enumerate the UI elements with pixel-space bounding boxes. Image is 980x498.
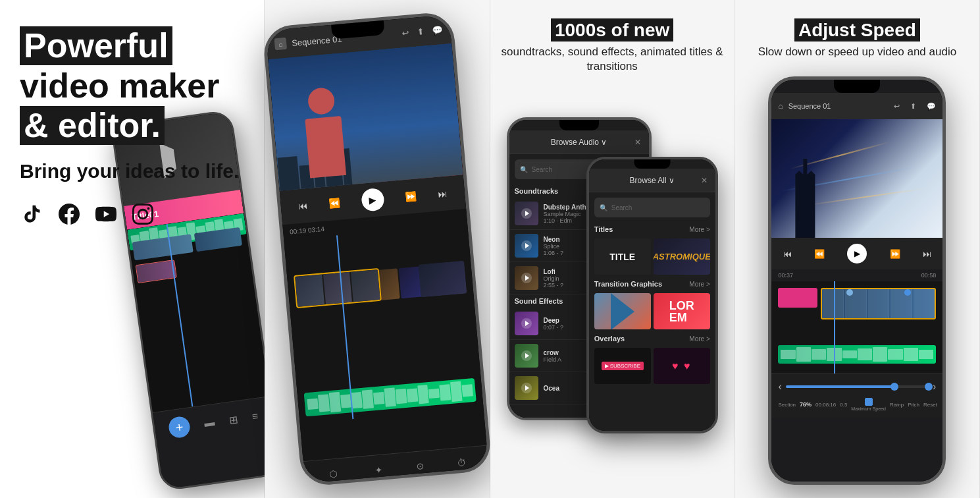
- ramp-label: Ramp: [890, 402, 904, 408]
- tool-effects[interactable]: ✦ Effects: [370, 462, 388, 484]
- transition-template-1[interactable]: [594, 293, 651, 329]
- timecode-4: 00:37 00:58: [771, 269, 942, 281]
- add-button[interactable]: +: [168, 415, 192, 439]
- slider-handle-left[interactable]: [890, 383, 898, 391]
- msg-icon-4: 💬: [927, 102, 936, 111]
- play-btn-2: [521, 240, 532, 251]
- nav-back-4[interactable]: ‹: [778, 381, 781, 393]
- time-option: 00:08:16: [815, 402, 836, 408]
- title-template-1[interactable]: TITLE: [594, 238, 651, 275]
- skip-forward-icon: ⏭: [438, 188, 448, 199]
- home-symbol: ⌂: [278, 40, 283, 47]
- overlay-template-2[interactable]: ♥ ♥: [654, 348, 710, 384]
- max-speed-label: Maximum Speed: [851, 406, 886, 411]
- ramp-option: Ramp: [890, 402, 904, 408]
- panel-2: ⌂ Sequence 01 ↩ ⬆ 💬: [265, 0, 490, 498]
- transitions-more[interactable]: More >: [689, 281, 709, 288]
- overlays-grid: ▶ SUBSCRIBE ♥ ♥: [589, 345, 715, 387]
- title-highlight-4: Adjust Speed: [794, 18, 920, 42]
- hearts-icon: ♥ ♥: [672, 360, 691, 372]
- section-label: Section: [778, 402, 796, 408]
- facebook-icon: [57, 202, 82, 227]
- soundtracks-label: Soundtracks: [515, 187, 559, 195]
- reset-option[interactable]: Reset: [923, 402, 937, 408]
- transition-template-2[interactable]: LOREM: [654, 293, 710, 329]
- play-button-2[interactable]: ▶: [361, 188, 385, 212]
- nav-forward-4[interactable]: ›: [933, 381, 936, 393]
- panel-3-subtitle: soundtracks, sound effects, animated tit…: [500, 45, 725, 74]
- arrow-shape: [611, 293, 634, 329]
- skip-forward-4: ⏭: [923, 249, 931, 259]
- tiktok-icon: [20, 202, 45, 227]
- section-titles-front: Titles More >: [589, 223, 715, 236]
- cursor-4: [834, 281, 835, 374]
- browse-title-back: Browse Audio ∨: [551, 138, 607, 147]
- play-btn-4[interactable]: ▶: [847, 244, 867, 263]
- timeline-area-2: 00:19 03:14: [282, 209, 486, 461]
- transitions-label: Transition Graphics: [594, 280, 662, 288]
- waveform-2: [303, 378, 476, 417]
- browse-close-back[interactable]: ✕: [634, 138, 641, 147]
- overlay-template-1[interactable]: ▶ SUBSCRIBE: [594, 348, 651, 384]
- pitch-label: Pitch: [908, 402, 919, 408]
- titles-more[interactable]: More >: [689, 226, 709, 233]
- tool-speed[interactable]: ⏱ Speed: [453, 455, 471, 478]
- sound-thumb-3: [515, 376, 538, 400]
- search-placeholder-front: Search: [611, 204, 632, 211]
- overlay-label-1: ▶ SUBSCRIBE: [602, 362, 644, 370]
- selected-thumb-2: [323, 272, 353, 304]
- speed-dot-2: [904, 289, 911, 296]
- search-icon-back: 🔍: [520, 166, 528, 173]
- headline-video-maker: video maker: [20, 67, 220, 105]
- step-back-4: ⏪: [814, 249, 825, 259]
- sound-play-3: [521, 383, 532, 393]
- timecode-4-top: 00:37: [778, 272, 793, 279]
- small-thumb: [418, 261, 467, 298]
- home-icon-4: ⌂: [778, 101, 783, 111]
- track-thumb-right: [418, 261, 467, 298]
- speed-dot-1: [846, 289, 853, 296]
- browse-close-front[interactable]: ✕: [701, 176, 708, 185]
- timecode-4-bottom: 00:58: [921, 272, 937, 279]
- undo-icon-4: ↩: [894, 102, 900, 111]
- video-area-4: [771, 119, 942, 238]
- titles-grid: TITLE ASTROMIQUE: [589, 236, 715, 277]
- timecode-bottom: 03:14: [307, 225, 324, 234]
- search-bar-front[interactable]: 🔍 Search: [594, 198, 710, 217]
- audio-thumb-1: [515, 202, 538, 225]
- section-transitions-front: Transition Graphics More >: [589, 277, 715, 290]
- panel-1: Powerful video maker & editor. Bring you…: [0, 0, 265, 498]
- search-icon-front: 🔍: [600, 204, 607, 211]
- headline: Powerful video maker & editor. Bring you…: [20, 26, 239, 227]
- timecode-top: 00:19: [290, 227, 307, 235]
- tool-color[interactable]: ⊙ Color: [413, 458, 429, 482]
- controls-4: ⏮ ⏪ ▶ ⏩ ⏭: [771, 238, 942, 269]
- speed-slider[interactable]: [786, 385, 929, 388]
- audio-thumb-2: [515, 234, 538, 258]
- sound-thumb-1: [515, 312, 538, 335]
- video-area-2: [268, 43, 463, 191]
- titles-label: Titles: [594, 225, 613, 233]
- browse-title-front: Browse All ∨: [630, 176, 675, 185]
- max-speed-option: Maximum Speed: [851, 398, 886, 411]
- panel-3-header: 1000s of new soundtracks, sound effects,…: [500, 20, 725, 84]
- share-icon-4: ⬆: [910, 102, 916, 111]
- speed-label-row: Section 76% 00:08:16 0.5 Maximum Speed: [778, 398, 936, 411]
- speed-option: 76%: [800, 401, 812, 408]
- headline-editor: & editor.: [20, 106, 165, 145]
- max-speed-checkbox[interactable]: [865, 398, 873, 406]
- tool-graphics[interactable]: ⬡ Graphics: [322, 466, 346, 484]
- overlays-more[interactable]: More >: [689, 335, 709, 343]
- sound-thumb-2: [515, 344, 538, 368]
- sound-effects-label: Sound Effects: [515, 297, 563, 305]
- slider-handle-right[interactable]: [925, 383, 933, 391]
- track-video-3: [136, 260, 177, 283]
- title-template-2[interactable]: ASTROMIQUE: [654, 238, 710, 275]
- share-icon: ⬆: [417, 26, 425, 37]
- panel-4-title: Adjust Speed: [758, 20, 957, 41]
- speed-icon: ⏱: [454, 455, 470, 470]
- sound-play-1: [521, 318, 532, 329]
- speed-slider-row: ‹ ›: [778, 381, 936, 393]
- tool-label-graphics: Graphics: [324, 482, 346, 484]
- title-highlight-3: 1000s of new: [551, 18, 673, 42]
